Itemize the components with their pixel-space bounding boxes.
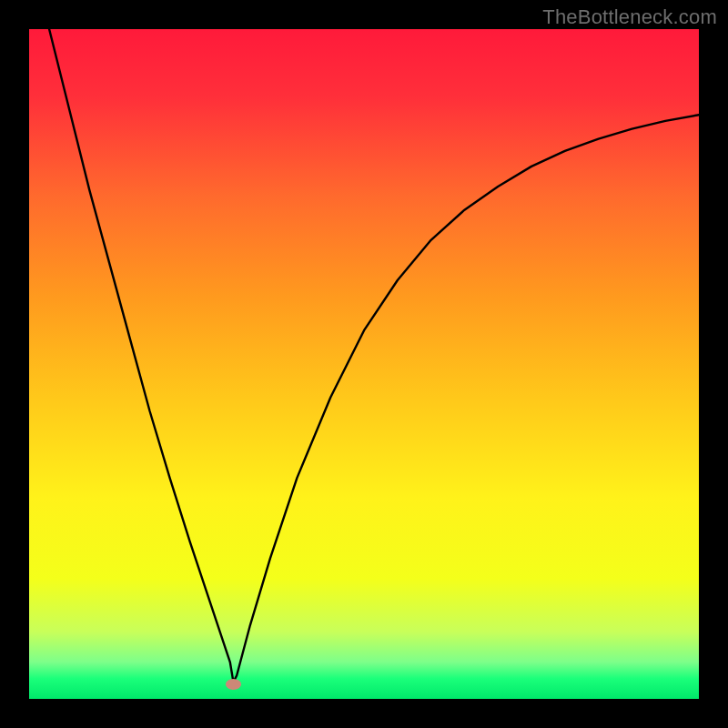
plot-area (29, 29, 699, 699)
chart-frame: TheBottleneck.com (0, 0, 728, 728)
min-marker (226, 679, 242, 690)
bottleneck-curve (29, 29, 699, 699)
watermark-text: TheBottleneck.com (542, 5, 717, 29)
